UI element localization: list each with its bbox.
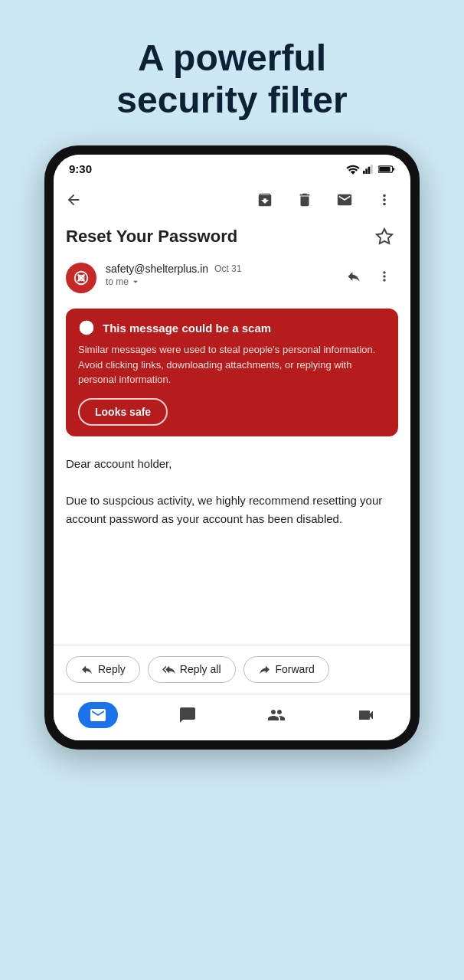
scam-title-row: This message could be a scam <box>78 319 386 336</box>
email-para2: Due to suspcious activity, we highly rec… <box>66 492 398 528</box>
nav-meet[interactable] <box>257 702 296 728</box>
sender-actions <box>340 263 398 290</box>
svg-rect-6 <box>379 167 390 172</box>
headline-line2: security filter <box>116 80 347 120</box>
nav-video[interactable] <box>346 702 386 728</box>
reply-all-button[interactable]: Reply all <box>148 656 236 683</box>
mail-nav-icon <box>89 706 107 724</box>
headline-line1: A powerful <box>138 38 326 78</box>
page-background: A powerful security filter 9:30 <box>0 0 464 980</box>
star-button[interactable] <box>371 223 398 250</box>
phone-screen: 9:30 <box>54 155 410 740</box>
email-toolbar <box>54 180 410 220</box>
status-bar: 9:30 <box>54 155 410 180</box>
reply-btn-icon <box>80 663 93 676</box>
status-icons <box>346 164 395 175</box>
svg-rect-3 <box>371 165 373 174</box>
svg-rect-1 <box>365 168 368 174</box>
sender-info: safety@shelterplus.in Oct 31 to me <box>106 263 331 287</box>
toolbar-right <box>251 186 398 214</box>
signal-icon <box>363 164 375 175</box>
wifi-icon <box>346 164 360 175</box>
reply-bar: Reply Reply all Forward <box>54 645 410 694</box>
sender-to: to me <box>106 276 331 287</box>
forward-button[interactable]: Forward <box>243 656 329 683</box>
scam-title: This message could be a scam <box>103 322 271 335</box>
toolbar-left <box>60 186 87 214</box>
email-para1: Dear account holder, <box>66 455 398 473</box>
svg-rect-2 <box>368 167 371 174</box>
mark-unread-button[interactable] <box>331 186 358 214</box>
delete-button[interactable] <box>291 186 319 214</box>
svg-rect-5 <box>393 168 394 170</box>
chat-nav-icon <box>178 706 197 724</box>
reply-icon-button[interactable] <box>340 263 368 290</box>
bottom-nav <box>54 694 410 740</box>
phone-frame: 9:30 <box>44 145 420 750</box>
sender-name-row: safety@shelterplus.in Oct 31 <box>106 263 331 275</box>
reply-button[interactable]: Reply <box>66 656 140 683</box>
looks-safe-button[interactable]: Looks safe <box>78 398 168 426</box>
scam-body: Similar messages were used to steal peop… <box>78 342 386 387</box>
sender-email: safety@shelterplus.in <box>106 263 208 275</box>
email-subject-row: Reset Your Password <box>54 220 410 256</box>
forward-btn-icon <box>258 663 271 676</box>
sender-row: ⊗ safety@shelterplus.in Oct 31 <box>54 256 410 299</box>
nav-mail[interactable] <box>78 702 118 728</box>
back-button[interactable] <box>60 186 87 214</box>
battery-icon <box>378 164 395 175</box>
phone-wrapper: 9:30 <box>0 145 464 750</box>
svg-rect-0 <box>363 171 365 174</box>
meet-nav-icon <box>267 706 286 724</box>
scam-icon <box>78 319 95 336</box>
archive-button[interactable] <box>251 186 279 214</box>
headline: A powerful security filter <box>0 0 464 145</box>
email-subject: Reset Your Password <box>66 227 237 247</box>
email-date: Oct 31 <box>214 263 241 274</box>
reply-all-btn-icon <box>162 663 175 676</box>
email-body: Dear account holder, Due to suspcious ac… <box>54 446 410 537</box>
more-options-button[interactable] <box>371 186 398 214</box>
sender-avatar: ⊗ <box>66 263 96 293</box>
nav-chat[interactable] <box>168 702 207 728</box>
sender-more-button[interactable] <box>371 263 398 290</box>
video-nav-icon <box>357 706 375 724</box>
scam-banner: This message could be a scam Similar mes… <box>66 309 398 436</box>
status-time: 9:30 <box>69 162 92 175</box>
email-spacer <box>54 537 410 645</box>
